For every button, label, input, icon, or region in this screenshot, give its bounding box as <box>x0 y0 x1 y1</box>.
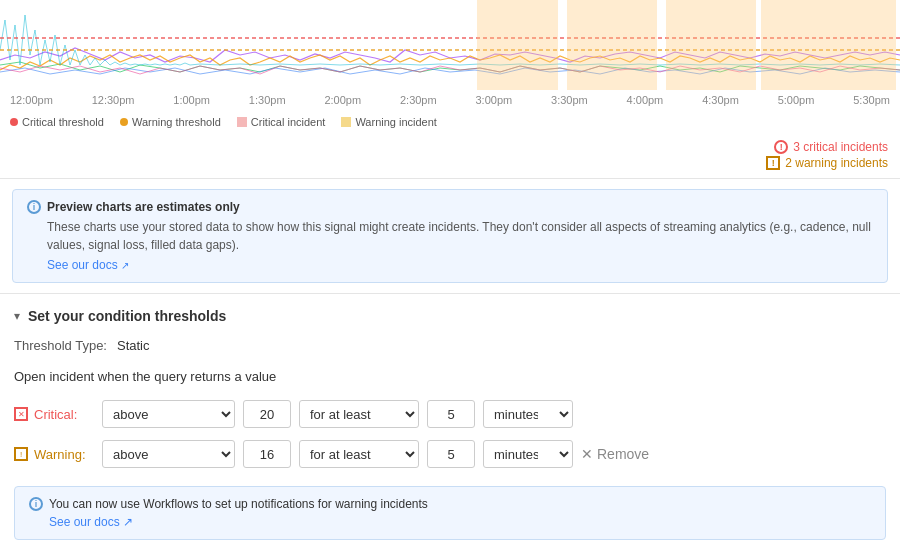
critical-incidents-badge: ! 3 critical incidents <box>774 140 888 154</box>
xaxis-label: 3:30pm <box>551 94 588 106</box>
legend-warning-incident-square <box>341 117 351 127</box>
xaxis-label: 5:30pm <box>853 94 890 106</box>
chart-highlight-1 <box>477 0 558 90</box>
section-title: Set your condition thresholds <box>28 308 226 324</box>
workflow-banner: i You can now use Workflows to set up no… <box>14 486 886 540</box>
info-icon: i <box>27 200 41 214</box>
workflow-banner-text: You can now use Workflows to set up noti… <box>49 497 428 511</box>
legend-warning-incident: Warning incident <box>341 116 437 128</box>
threshold-type-value: Static <box>117 338 150 353</box>
legend-critical-incident-label: Critical incident <box>251 116 326 128</box>
critical-label-text: Critical: <box>34 407 77 422</box>
warning-label-text: Warning: <box>34 447 86 462</box>
remove-button-label: Remove <box>597 446 649 462</box>
legend-warning-incident-label: Warning incident <box>355 116 437 128</box>
legend-warning-threshold: Warning threshold <box>120 116 221 128</box>
remove-warning-button[interactable]: ✕ Remove <box>581 446 649 462</box>
info-banner: i Preview charts are estimates only Thes… <box>12 189 888 283</box>
warning-incidents-icon: ! <box>766 156 780 170</box>
warning-incidents-count: 2 warning incidents <box>785 156 888 170</box>
workflow-external-icon: ↗ <box>123 515 133 529</box>
warning-condition-label: ! Warning: <box>14 447 94 462</box>
warning-duration-input[interactable] <box>427 440 475 468</box>
workflow-link-label: See our docs <box>49 515 120 529</box>
remove-x-icon: ✕ <box>581 446 593 462</box>
xaxis-label: 5:00pm <box>778 94 815 106</box>
threshold-type-row: Threshold Type: Static <box>0 334 900 365</box>
legend-warning-threshold-label: Warning threshold <box>132 116 221 128</box>
xaxis-label: 4:00pm <box>627 94 664 106</box>
chart-xaxis: 12:00pm 12:30pm 1:00pm 1:30pm 2:00pm 2:3… <box>0 90 900 110</box>
xaxis-label: 2:00pm <box>324 94 361 106</box>
warning-operator-select[interactable]: above below above or equal below or equa… <box>102 440 235 468</box>
critical-operator-select[interactable]: above below above or equal below or equa… <box>102 400 235 428</box>
workflow-docs-link[interactable]: See our docs ↗ <box>49 515 133 529</box>
legend-critical-incident: Critical incident <box>237 116 326 128</box>
critical-incidents-icon: ! <box>774 140 788 154</box>
xaxis-label: 1:00pm <box>173 94 210 106</box>
info-banner-title: i Preview charts are estimates only <box>27 200 873 214</box>
legend-critical-threshold: Critical threshold <box>10 116 104 128</box>
xaxis-label: 3:00pm <box>476 94 513 106</box>
critical-unit-select[interactable]: minutes hours <box>483 400 573 428</box>
chart-legend: Critical threshold Warning threshold Cri… <box>0 110 900 136</box>
info-banner-link-label: See our docs <box>47 258 118 272</box>
critical-forat-select[interactable]: for at least on average at least once <box>299 400 419 428</box>
workflow-info-icon: i <box>29 497 43 511</box>
threshold-type-label: Threshold Type: <box>14 338 107 353</box>
xaxis-label: 12:00pm <box>10 94 53 106</box>
legend-warning-threshold-dot <box>120 118 128 126</box>
chart-highlight-2 <box>567 0 657 90</box>
xaxis-label: 1:30pm <box>249 94 286 106</box>
chart-section: 12:00pm 12:30pm 1:00pm 1:30pm 2:00pm 2:3… <box>0 0 900 179</box>
critical-box-icon: ✕ <box>14 407 28 421</box>
critical-condition-label: ✕ Critical: <box>14 407 94 422</box>
section-header[interactable]: ▾ Set your condition thresholds <box>0 293 900 334</box>
xaxis-label: 12:30pm <box>92 94 135 106</box>
critical-value-input[interactable] <box>243 400 291 428</box>
chart-highlight-4 <box>761 0 896 90</box>
xaxis-label: 2:30pm <box>400 94 437 106</box>
legend-critical-threshold-dot <box>10 118 18 126</box>
info-banner-title-text: Preview charts are estimates only <box>47 200 240 214</box>
xaxis-label: 4:30pm <box>702 94 739 106</box>
info-banner-docs-link[interactable]: See our docs ↗ <box>47 258 129 272</box>
incidents-row: ! 3 critical incidents ! 2 warning incid… <box>0 136 900 178</box>
chart-container <box>0 0 900 90</box>
critical-incidents-count: 3 critical incidents <box>793 140 888 154</box>
legend-critical-incident-square <box>237 117 247 127</box>
legend-critical-threshold-label: Critical threshold <box>22 116 104 128</box>
open-incident-label: Open incident when the query returns a v… <box>0 365 900 394</box>
warning-box-icon: ! <box>14 447 28 461</box>
chart-highlight-3 <box>666 0 756 90</box>
warning-unit-select[interactable]: minutes hours <box>483 440 573 468</box>
critical-duration-input[interactable] <box>427 400 475 428</box>
external-link-icon: ↗ <box>121 260 129 271</box>
info-banner-text: These charts use your stored data to sho… <box>47 218 873 254</box>
critical-condition-row: ✕ Critical: above below above or equal b… <box>0 394 900 434</box>
warning-condition-row: ! Warning: above below above or equal be… <box>0 434 900 474</box>
warning-value-input[interactable] <box>243 440 291 468</box>
workflow-banner-title: i You can now use Workflows to set up no… <box>29 497 871 511</box>
warning-incidents-badge: ! 2 warning incidents <box>766 156 888 170</box>
section-chevron-icon: ▾ <box>14 309 20 323</box>
warning-forat-select[interactable]: for at least on average at least once <box>299 440 419 468</box>
